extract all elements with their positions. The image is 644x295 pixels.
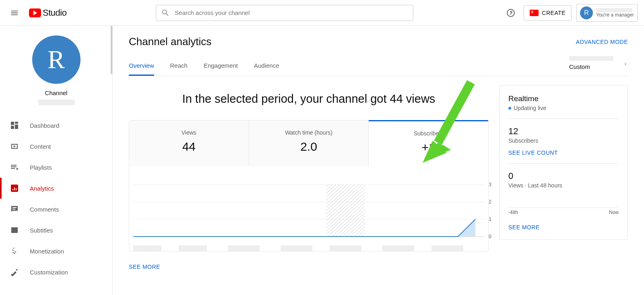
sidebar-item-label: Dashboard [30,122,59,129]
metrics-row: Views 44 Watch time (hours) 2.0 Subscrib… [129,120,488,166]
tab-engagement[interactable]: Engagement [204,62,238,76]
account-name-redacted [596,8,632,12]
realtime-views-label: Views · Last 48 hours [508,182,619,189]
help-button[interactable] [503,5,519,21]
date-range-label: Custom [569,63,590,70]
chart-y-tick: 2 [489,199,491,205]
chart-y-tick: 1 [489,216,491,222]
account-switcher[interactable]: R You're a manager [576,4,638,22]
sidebar-item-label: Comments [30,206,59,213]
realtime-views-value: 0 [508,171,619,181]
subtitles-icon [10,225,19,235]
tab-overview[interactable]: Overview [129,62,154,76]
studio-logo[interactable]: Studio [29,8,66,18]
x-axis-redacted [330,245,361,251]
metric-value: 2.0 [249,140,369,154]
divider [508,118,619,119]
channel-header: R Channel [0,26,112,112]
sidebar-item-subtitles[interactable]: Subtitles [0,220,112,241]
svg-rect-6 [326,185,365,237]
subscribers-chart [133,183,484,239]
create-label: CREATE [542,10,566,16]
comments-icon [10,204,19,214]
content-row: In the selected period, your channel got… [129,85,628,270]
sidebar-item-dashboard[interactable]: Dashboard [0,115,112,136]
page-title: Channel analytics [129,35,211,48]
menu-button[interactable] [6,5,23,21]
playlists-icon [10,162,19,172]
realtime-mini-chart [508,197,619,208]
sidebar-item-label: Subtitles [30,227,53,234]
sidebar-item-label: Analytics [30,185,54,192]
account-info: You're a manager [596,8,634,18]
x-axis-redacted [179,245,207,251]
realtime-title: Realtime [508,94,619,103]
sidebar-item-label: Monetization [30,248,64,255]
search-input[interactable] [175,9,408,16]
see-more-link[interactable]: SEE MORE [129,264,489,270]
sidebar-item-analytics[interactable]: Analytics [0,178,112,199]
sidebar-item-label: Playlists [30,164,52,171]
metric-label: Views [129,129,249,136]
tab-reach[interactable]: Reach [170,62,188,76]
sidebar-item-customization[interactable]: Customization [0,262,112,283]
search-wrapper [66,5,503,21]
x-axis-redacted [431,245,463,251]
tabs-row: Overview Reach Engagement Audience Custo… [129,56,628,76]
x-axis-redacted [228,245,259,251]
metric-value: 44 [129,140,249,154]
create-video-icon [530,10,539,16]
advanced-mode-link[interactable]: ADVANCED MODE [576,39,628,45]
sidebar-item-label: Customization [30,269,68,276]
monetization-icon [10,246,19,256]
account-role: You're a manager [596,12,634,18]
tab-audience[interactable]: Audience [254,62,279,76]
sidebar-item-content[interactable]: Content [0,136,112,157]
realtime-subscribers-label: Subscribers [508,137,619,144]
metric-views[interactable]: Views 44 [129,120,249,166]
hamburger-icon [10,8,19,17]
see-live-count-link[interactable]: SEE LIVE COUNT [508,150,619,156]
channel-avatar[interactable]: R [32,35,80,84]
sidebar-item-monetization[interactable]: Monetization [0,241,112,262]
axis-left: -48h [508,210,518,215]
x-axis-redacted [133,245,161,251]
metric-watch-time[interactable]: Watch time (hours) 2.0 [249,120,369,166]
metric-subscribers[interactable]: Subscribers +1 [369,120,488,166]
realtime-axis: -48h Now [508,210,619,215]
content-icon [10,141,19,151]
main-content: Channel analytics ADVANCED MODE Overview… [113,26,644,295]
sidebar-item-playlists[interactable]: Playlists [0,157,112,178]
metrics-box: Views 44 Watch time (hours) 2.0 Subscrib… [129,120,489,251]
metric-label: Subscribers [369,130,488,137]
search-box[interactable] [156,5,413,21]
logo-text: Studio [43,8,66,18]
page-title-row: Channel analytics ADVANCED MODE [129,35,628,48]
create-button[interactable]: CREATE [524,5,572,21]
channel-name-redacted [38,100,74,105]
dashboard-icon [10,120,19,130]
realtime-card: Realtime Updating live 12 Subscribers SE… [499,85,628,240]
realtime-see-more-link[interactable]: SEE MORE [508,224,619,231]
chart-y-tick: 0 [489,234,491,239]
realtime-updating: Updating live [508,105,619,111]
app-body: R Channel Dashboard Content Playlists An… [0,26,644,295]
chart-area: 3 2 1 0 [133,183,484,251]
axis-right: Now [609,210,619,215]
header-actions: CREATE R You're a manager [503,4,638,22]
sidebar-item-comments[interactable]: Comments [0,199,112,220]
live-dot-icon [508,107,511,110]
headline-text: In the selected period, your channel got… [129,85,489,120]
updating-label: Updating live [514,105,546,111]
date-range-redacted [569,56,613,61]
realtime-subscribers-value: 12 [508,126,619,137]
app-header: Studio CREATE R You're a manager [0,0,644,26]
analytics-icon [10,183,19,193]
sidebar-nav: Dashboard Content Playlists Analytics Co… [0,112,112,283]
divider [508,163,619,164]
x-axis-redacted [281,245,312,251]
overview-card: In the selected period, your channel got… [129,85,489,270]
metric-label: Watch time (hours) [249,129,369,136]
date-range-selector[interactable]: Custom [569,56,628,76]
tabs: Overview Reach Engagement Audience [129,62,279,76]
